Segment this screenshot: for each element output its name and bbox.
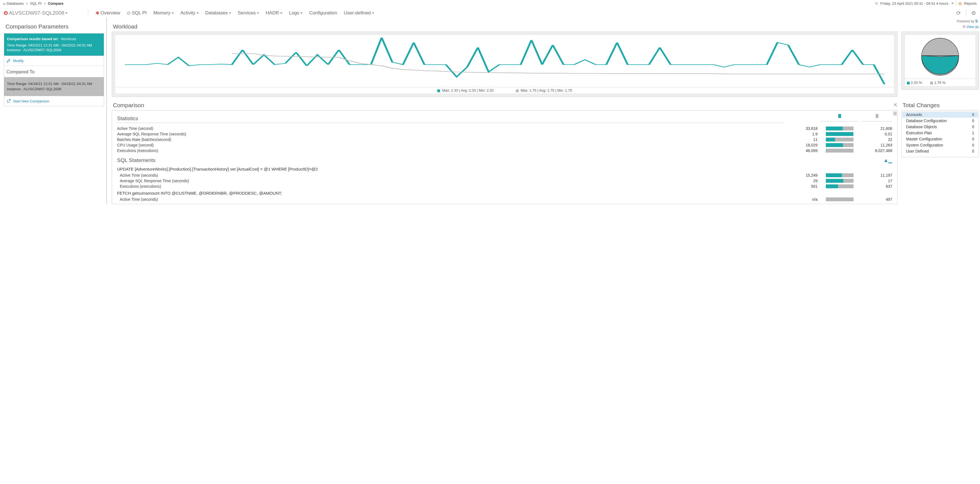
pie-legend-baseline: 1.75 % [930,81,945,85]
based-on-value: Workload [61,37,76,41]
sql-statement-1[interactable]: UPDATE [AdventureWorks].[Production].[Tr… [117,165,892,172]
workload-pie-panel: 2.33 % 1.75 % [901,32,979,90]
source-instance: Instance : ALVSCDW07-SQL2008 [7,48,101,52]
gear-icon[interactable]: ⚙ [971,10,976,16]
nav-hadr[interactable]: HADR [266,10,282,16]
legend-teal-icon [437,89,440,92]
sql1-response[interactable]: Average SQL Response Time (seconds) 29 1… [117,178,892,183]
change-row-accounts[interactable]: Accounts0 [902,111,978,118]
nav-memory[interactable]: Memory [153,10,173,16]
sql1-active[interactable]: Active Time (seconds) 15,249 11,197 [117,172,892,178]
change-row-dbconfig[interactable]: Database Configuration0 [902,118,978,124]
sql-statements-title: SQL Statements [117,157,156,163]
stat-row-response-time[interactable]: Average SQL Response Time (seconds) 1.9 … [117,131,892,137]
col-baseline-icon [876,114,878,118]
sql2-active[interactable]: Active Time (seconds) n/a 497 [117,197,892,202]
source-time-range: Time Range: 04/23/21 12:31 AM - 04/23/21… [7,43,101,47]
nav-activity[interactable]: Activity [180,10,199,16]
change-row-dbobjects[interactable]: Database Objects0 [902,124,978,130]
stat-row-cpu[interactable]: CPU Usage (second) 18,029 11,263 [117,142,892,148]
workload-pie-chart[interactable] [904,35,976,79]
col-current-icon [838,114,841,118]
nav-configuration[interactable]: Configuration [309,10,337,16]
viewas-icon: ⎘ [963,25,965,29]
edit-icon [6,59,11,63]
collapse-icon[interactable]: ▲▁ [883,157,892,163]
nav-logs[interactable]: Logs [289,10,302,16]
instance-name: ALVSCDW07-SQL2008 [9,10,64,16]
breadcrumb: ⎄ Databases > SQL PI > Compare [3,2,64,6]
nav-databases[interactable]: Databases [205,10,231,16]
refresh-icon[interactable]: ⟳ [956,10,961,16]
instance-selector[interactable]: ✖ ALVSCDW07-SQL2008 [4,10,68,16]
modify-button[interactable]: Modify [4,56,104,66]
nav-sqlpi[interactable]: ⊙ SQL PI [127,10,147,16]
target-time-range: Time Range: 04/16/21 12:31 AM - 04/16/21… [7,82,101,86]
crumb-databases[interactable]: Databases [6,2,24,6]
sql1-exec[interactable]: Executions (executions) 501 637 [117,183,892,189]
stat-row-executions[interactable]: Executions (executions) 46,099 8,027,468 [117,148,892,153]
total-changes-title: Total Changes [902,102,979,108]
time-range-picker[interactable]: Friday, 23 April 2021 00:31 - 04:31 4 ho… [880,2,948,6]
crumb-current: Compare [48,2,64,6]
view-as-button[interactable]: ⎘ View as [963,25,979,29]
workload-stats-current: Max: 2.33 | Avg: 2.33 | Min: 2.33 [437,88,493,92]
toolbar-divider [966,10,966,16]
breadcrumb-icon: ⎄ [3,2,6,6]
refresh-small-icon[interactable]: ↻ [875,2,878,6]
comparison-table: Statistics Active Time (second) 33,618 2… [112,110,897,204]
stat-row-batches[interactable]: Batches Rate (batches/second) 11 22 [117,137,892,142]
powered-by: Powered by S [957,19,978,23]
overview-icon: ✱ [95,10,99,16]
scrollbar[interactable] [893,111,897,115]
nav-overview[interactable]: ✱ Overview [95,10,120,16]
status-critical-icon: ✖ [4,11,8,15]
statistics-title: Statistics [117,113,784,123]
sql-statement-2[interactable]: FETCH getsumamount INTO @CUSTNME, @ORDER… [117,189,892,197]
workload-title: Workload [113,23,137,30]
reports-link[interactable]: Reports [964,2,977,6]
instance-caret-icon[interactable] [65,13,68,14]
workload-chart-panel: Max: 2.33 | Avg: 2.33 | Min: 2.33 Max: 1… [112,32,897,97]
time-range-caret-icon[interactable] [951,3,954,4]
comparison-source-panel: Comparison results based on: Workload Ti… [4,33,104,56]
reports-icon[interactable]: ▤ [958,2,962,6]
change-row-execplan[interactable]: Execution Plan1 [902,130,978,136]
sqlpi-icon: ⊙ [127,10,130,16]
change-row-userdefined[interactable]: User Defined0 [902,148,978,154]
comparison-target-panel: Time Range: 04/16/21 12:31 AM - 04/16/21… [4,77,104,96]
crumb-sqlpi[interactable]: SQL PI [30,2,41,6]
target-instance: Instance : ALVSCDW07-SQL2008 [7,87,101,91]
nav-services[interactable]: Services [238,10,259,16]
popout-icon[interactable]: ⇱ [894,103,897,108]
start-new-comparison-button[interactable]: Start New Comparison [4,96,104,106]
total-changes-table: Accounts0 Database Configuration0 Databa… [901,110,979,157]
sidebar-title: Comparison Parameters [4,23,104,33]
comparison-title: Comparison [113,102,144,108]
based-on-label: Comparison results based on: [7,37,59,41]
pie-legend-current: 2.33 % [907,81,922,85]
nav-userdefined[interactable]: User-defined [344,10,374,16]
compared-to-label: Compared To [4,66,104,77]
change-row-sysconfig[interactable]: System Configuration0 [902,142,978,148]
stat-row-active-time[interactable]: Active Time (second) 33,618 21,606 [117,126,892,131]
workload-stats-baseline: Max: 1.75 | Avg: 1.75 | Min: 1.75 [516,88,572,92]
change-row-masterconfig[interactable]: Master Configuration0 [902,136,978,142]
workload-line-chart[interactable] [115,35,894,87]
legend-gray-icon [516,89,519,92]
share-icon [6,99,11,103]
